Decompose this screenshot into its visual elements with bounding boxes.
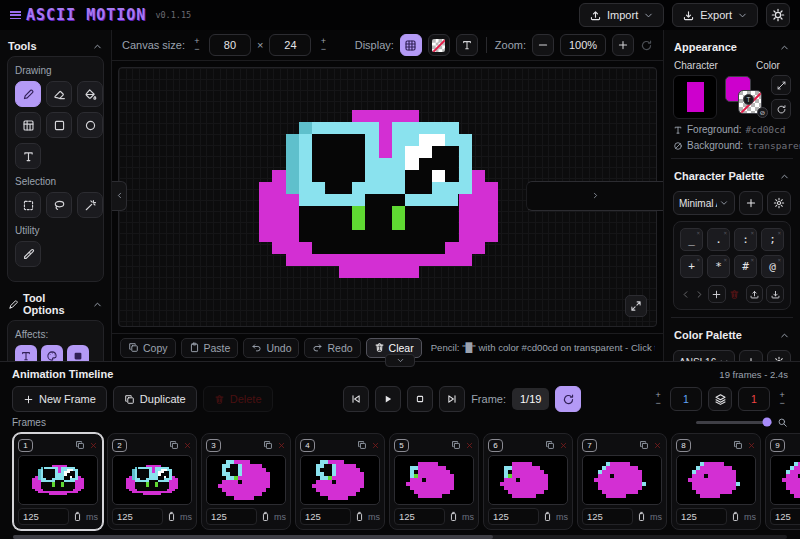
duplicate-frame-icon[interactable]	[639, 440, 649, 450]
pencil-tool-button[interactable]	[15, 81, 41, 107]
frame-card[interactable]: 2 125 ms	[107, 433, 197, 530]
import-palette-button[interactable]	[766, 285, 784, 303]
magic-wand-tool-button[interactable]	[77, 192, 103, 218]
duplicate-frame-button[interactable]: Duplicate	[113, 386, 197, 412]
battery-icon[interactable]	[354, 511, 365, 522]
delete-frame-icon[interactable]	[89, 441, 98, 450]
marquee-tool-button[interactable]	[15, 192, 41, 218]
remove-character-icon[interactable]: ×	[696, 230, 700, 235]
skip-to-end-button[interactable]	[439, 386, 465, 412]
reset-colors-button[interactable]	[771, 99, 791, 119]
text-tool-button[interactable]	[15, 143, 41, 169]
zoom-in-button[interactable]	[612, 34, 634, 56]
appearance-section-header[interactable]: Appearance	[673, 37, 791, 57]
stop-button[interactable]	[407, 386, 433, 412]
chevron-right-icon[interactable]	[694, 289, 705, 300]
frame-duration-input[interactable]: 125	[112, 508, 163, 525]
circle-tool-button[interactable]	[77, 112, 103, 138]
frame-duration-input[interactable]: 125	[18, 508, 69, 525]
frame-thumbnail[interactable]	[394, 455, 474, 505]
character-palette-select[interactable]: Minimal ASC	[673, 191, 735, 215]
frame-duration-input[interactable]: 125	[300, 508, 351, 525]
frame-duration-input[interactable]: 125	[676, 508, 727, 525]
canvas-width-input[interactable]: 80	[209, 34, 251, 56]
battery-icon[interactable]	[542, 511, 553, 522]
onion-skin-next-input[interactable]: 1	[738, 387, 770, 411]
width-stepper[interactable]: + −	[191, 37, 203, 53]
add-character-button[interactable]	[708, 285, 726, 303]
height-stepper[interactable]: + −	[317, 37, 329, 53]
duplicate-frame-icon[interactable]	[545, 440, 555, 450]
tools-section-header[interactable]: Tools	[7, 36, 104, 56]
lasso-tool-button[interactable]	[46, 192, 72, 218]
character-preview[interactable]	[673, 75, 717, 119]
frame-thumbnail[interactable]	[300, 455, 380, 505]
delete-character-icon[interactable]	[729, 289, 740, 300]
battery-icon[interactable]	[260, 511, 271, 522]
transparency-toggle-button[interactable]	[428, 34, 450, 56]
frame-thumbnail[interactable]	[488, 455, 568, 505]
chevron-left-icon[interactable]	[680, 289, 691, 300]
battery-icon[interactable]	[448, 511, 459, 522]
collapse-timeline-handle[interactable]	[385, 354, 415, 367]
delete-frame-icon[interactable]	[277, 441, 286, 450]
onion-next-stepper[interactable]: + −	[776, 391, 788, 407]
export-button[interactable]: Export	[672, 3, 758, 27]
text-display-toggle-button[interactable]	[456, 34, 478, 56]
swap-colors-button[interactable]	[771, 75, 791, 95]
frame-card[interactable]: 5 125 ms	[389, 433, 479, 530]
remove-character-icon[interactable]: ×	[750, 257, 754, 262]
add-character-palette-button[interactable]	[739, 191, 763, 215]
undo-button[interactable]: Undo	[243, 338, 299, 358]
duplicate-frame-icon[interactable]	[733, 440, 743, 450]
remove-character-icon[interactable]: ×	[777, 230, 781, 235]
duplicate-frame-icon[interactable]	[263, 440, 273, 450]
frame-card[interactable]: 4 125 ms	[295, 433, 385, 530]
eyedropper-tool-button[interactable]	[15, 241, 41, 267]
frame-duration-input[interactable]: 125	[770, 508, 800, 525]
frame-duration-input[interactable]: 125	[394, 508, 445, 525]
square-tool-button[interactable]	[46, 112, 72, 138]
palette-character-button[interactable]: :×	[734, 228, 757, 251]
onion-prev-stepper[interactable]: + −	[652, 391, 664, 407]
delete-frame-icon[interactable]	[559, 441, 568, 450]
delete-frame-icon[interactable]	[747, 441, 756, 450]
theme-toggle-button[interactable]	[766, 3, 790, 27]
battery-icon[interactable]	[166, 511, 177, 522]
delete-frame-button[interactable]: Delete	[203, 386, 273, 412]
frame-thumbnail[interactable]	[206, 455, 286, 505]
copy-button[interactable]: Copy	[120, 338, 176, 358]
tool-options-section-header[interactable]: Tool Options	[7, 288, 104, 320]
frame-thumbnail[interactable]	[112, 455, 192, 505]
remove-character-icon[interactable]: ×	[777, 257, 781, 262]
frame-card[interactable]: 6 125 ms	[483, 433, 573, 530]
duplicate-frame-icon[interactable]	[75, 440, 85, 450]
palette-character-button[interactable]: ;×	[761, 228, 784, 251]
battery-icon[interactable]	[636, 511, 647, 522]
export-palette-button[interactable]	[746, 285, 764, 303]
character-palette-section-header[interactable]: Character Palette	[673, 166, 791, 186]
delete-frame-icon[interactable]	[183, 441, 192, 450]
new-frame-button[interactable]: New Frame	[12, 386, 107, 412]
redo-button[interactable]: Redo	[304, 338, 360, 358]
collapse-right-panel-handle[interactable]	[526, 181, 663, 211]
battery-icon[interactable]	[730, 511, 741, 522]
palette-character-button[interactable]: @×	[761, 255, 784, 278]
frame-duration-input[interactable]: 125	[488, 508, 539, 525]
remove-character-icon[interactable]: ×	[750, 230, 754, 235]
onion-skin-previous-input[interactable]: 1	[670, 387, 702, 411]
paste-button[interactable]: Paste	[181, 338, 239, 358]
import-button[interactable]: Import	[579, 3, 664, 27]
palette-character-button[interactable]: .×	[707, 228, 730, 251]
frame-card[interactable]: 7 125 ms	[577, 433, 667, 530]
skip-to-start-button[interactable]	[343, 386, 369, 412]
play-button[interactable]	[375, 386, 401, 412]
rectangle-grid-tool-button[interactable]	[15, 112, 41, 138]
frame-card[interactable]: 1 125 ms	[13, 433, 103, 530]
character-palette-settings-button[interactable]	[767, 191, 791, 215]
canvas-height-input[interactable]: 24	[269, 34, 311, 56]
remove-character-icon[interactable]: ×	[723, 257, 727, 262]
battery-icon[interactable]	[72, 511, 83, 522]
palette-character-button[interactable]: +×	[680, 255, 703, 278]
frames-scrollbar[interactable]	[13, 535, 787, 539]
